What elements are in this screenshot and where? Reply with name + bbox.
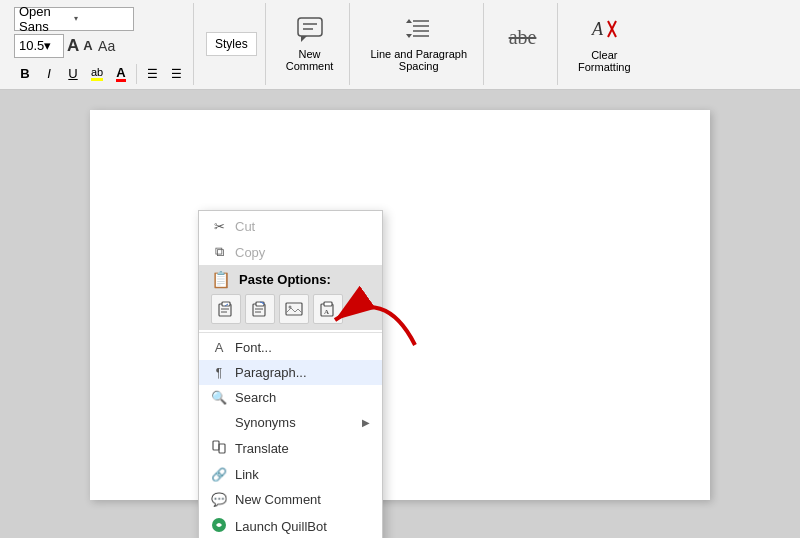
document-page: ✂ Cut ⧉ Copy 📋 Paste Options:	[90, 110, 710, 500]
italic-button[interactable]: I	[38, 63, 60, 85]
paste-merge-format-btn[interactable]	[245, 294, 275, 324]
styles-button[interactable]: Styles	[206, 32, 257, 56]
font-menu-item[interactable]: A Font...	[199, 335, 382, 360]
paragraph-icon: ¶	[211, 366, 227, 380]
document-area: ✂ Cut ⧉ Copy 📋 Paste Options:	[0, 90, 800, 538]
cut-icon: ✂	[211, 219, 227, 234]
svg-rect-0	[298, 18, 322, 36]
translate-label: Translate	[235, 441, 289, 456]
copy-icon: ⧉	[211, 244, 227, 260]
ribbon-toolbar: Open Sans ▾ 10.5 ▾ A A Aa B I U ab A	[0, 0, 800, 90]
font-grow-button[interactable]: A	[66, 35, 80, 57]
line-spacing-section: Line and ParagraphSpacing	[354, 3, 484, 85]
strikethrough-section: abe abe	[488, 3, 558, 85]
paste-keep-source-btn[interactable]	[211, 294, 241, 324]
font-name-value: Open Sans	[19, 4, 74, 34]
launch-quillbot-label: Launch QuillBot	[235, 519, 327, 534]
svg-rect-21	[286, 303, 302, 315]
new-comment-section: NewComment	[270, 3, 351, 85]
new-comment-menu-item[interactable]: 💬 New Comment	[199, 487, 382, 512]
search-label: Search	[235, 390, 276, 405]
clear-formatting-button[interactable]: A ClearFormatting	[570, 5, 639, 83]
svg-rect-27	[219, 444, 225, 453]
paste-options-icon: 📋	[211, 270, 231, 289]
svg-marker-9	[406, 34, 412, 38]
strikethrough-button[interactable]: abe abe	[498, 5, 548, 83]
font-section: Open Sans ▾ 10.5 ▾ A A Aa B I U ab A	[8, 3, 194, 85]
styles-label: Styles	[215, 37, 248, 51]
change-case-icon[interactable]: Aa	[96, 35, 118, 57]
launch-quillbot-menu-item[interactable]: Launch QuillBot	[199, 512, 382, 538]
font-color-icon: A	[116, 66, 125, 82]
translate-menu-item[interactable]: Translate	[199, 435, 382, 462]
svg-marker-8	[406, 19, 412, 23]
paste-text-only-btn[interactable]: A	[313, 294, 343, 324]
svg-text:A: A	[591, 19, 604, 39]
clear-formatting-section: A ClearFormatting	[562, 3, 647, 85]
new-comment-label: NewComment	[286, 48, 334, 72]
format-buttons-row: B I U ab A ☰ ☰	[14, 63, 187, 85]
copy-label: Copy	[235, 245, 265, 260]
font-name-dropdown-icon[interactable]: ▾	[74, 14, 129, 23]
highlight-button[interactable]: ab	[86, 63, 108, 85]
line-spacing-icon	[405, 16, 433, 46]
font-size-area: 10.5 ▾ A A Aa	[14, 34, 187, 58]
bold-button[interactable]: B	[14, 63, 36, 85]
search-menu-item[interactable]: 🔍 Search	[199, 385, 382, 410]
font-shrink-button[interactable]: A	[82, 37, 93, 54]
font-name-input[interactable]: Open Sans ▾	[14, 7, 134, 31]
paste-icons-row: A	[211, 294, 370, 324]
line-spacing-button[interactable]: Line and ParagraphSpacing	[362, 5, 475, 83]
new-comment-button[interactable]: NewComment	[278, 5, 342, 83]
cut-menu-item[interactable]: ✂ Cut	[199, 214, 382, 239]
new-comment-ctx-icon: 💬	[211, 492, 227, 507]
clear-formatting-icon: A	[590, 15, 618, 47]
paste-options-label: Paste Options:	[239, 272, 331, 287]
font-label: Font...	[235, 340, 272, 355]
bullets-button[interactable]: ☰	[141, 63, 163, 85]
translate-icon	[211, 440, 227, 457]
svg-rect-24	[324, 302, 332, 306]
svg-text:A: A	[324, 308, 329, 316]
search-icon: 🔍	[211, 390, 227, 405]
svg-marker-1	[301, 36, 307, 42]
underline-button[interactable]: U	[62, 63, 84, 85]
font-size-value: 10.5	[19, 38, 44, 53]
paragraph-label: Paragraph...	[235, 365, 307, 380]
new-comment-icon	[296, 16, 324, 46]
link-menu-item[interactable]: 🔗 Link	[199, 462, 382, 487]
font-icon: A	[211, 340, 227, 355]
styles-section: Styles	[198, 3, 266, 85]
new-comment-ctx-label: New Comment	[235, 492, 321, 507]
svg-rect-26	[213, 441, 219, 450]
font-size-input[interactable]: 10.5 ▾	[14, 34, 64, 58]
line-spacing-label: Line and ParagraphSpacing	[370, 48, 467, 72]
clear-formatting-label: ClearFormatting	[578, 49, 631, 73]
link-label: Link	[235, 467, 259, 482]
paragraph-menu-item[interactable]: ¶ Paragraph...	[199, 360, 382, 385]
cut-label: Cut	[235, 219, 255, 234]
numbering-button[interactable]: ☰	[165, 63, 187, 85]
highlight-icon: ab	[91, 67, 103, 81]
link-icon: 🔗	[211, 467, 227, 482]
font-size-dropdown-icon[interactable]: ▾	[44, 38, 51, 53]
context-menu: ✂ Cut ⧉ Copy 📋 Paste Options:	[198, 210, 383, 538]
paste-picture-btn[interactable]	[279, 294, 309, 324]
strikethrough-icon: abe	[509, 26, 537, 48]
synonyms-label: Synonyms	[235, 415, 296, 430]
synonyms-submenu-arrow: ▶	[362, 417, 370, 428]
font-color-button[interactable]: A	[110, 63, 132, 85]
copy-menu-item[interactable]: ⧉ Copy	[199, 239, 382, 265]
paste-options-section: 📋 Paste Options:	[199, 265, 382, 330]
quillbot-icon	[211, 517, 227, 536]
separator-1	[199, 332, 382, 333]
synonyms-menu-item[interactable]: Synonyms ▶	[199, 410, 382, 435]
